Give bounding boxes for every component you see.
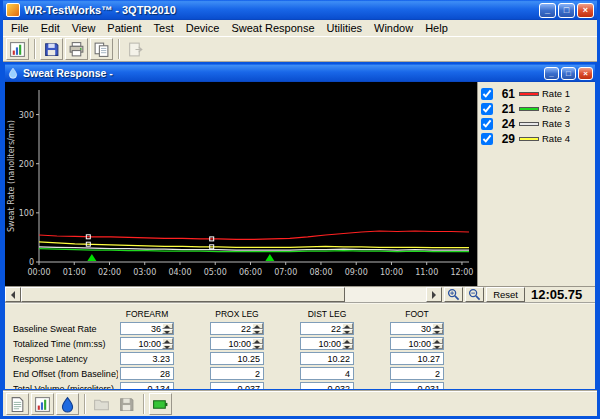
legend-checkbox-1[interactable] [481,88,493,100]
spinner-control [342,338,353,349]
x-tick-label: 12:00 [450,268,473,277]
scroll-track[interactable] [21,287,426,302]
x-tick-label: 08:00 [309,268,332,277]
child-close-button[interactable]: × [578,67,593,80]
spinner-control [432,323,443,334]
spin-down-button[interactable] [432,344,443,350]
droplet-button[interactable] [56,393,79,415]
param-field-r3-c1[interactable]: 3.23 [120,352,174,365]
close-button[interactable]: × [577,3,594,18]
param-field-r1-c4[interactable]: 30 [390,322,444,335]
spin-down-button[interactable] [162,329,173,335]
param-field-r5-c4[interactable]: 0.031 [390,382,444,389]
spin-down-button[interactable] [342,329,353,335]
menu-view[interactable]: View [66,21,102,35]
minimize-button[interactable]: _ [539,3,556,18]
param-field-r2-c2[interactable]: 10:00 [210,337,264,350]
param-field-r1-c2[interactable]: 22 [210,322,264,335]
application-window: WR-TestWorks™ - 3QTR2010 _ □ × FileEditV… [0,0,600,419]
menu-utilities[interactable]: Utilities [321,21,368,35]
title-bar: WR-TestWorks™ - 3QTR2010 _ □ × [3,0,597,20]
spin-down-button[interactable] [252,329,263,335]
param-field-r2-c4[interactable]: 10:00 [390,337,444,350]
param-field-value: 0.032 [301,384,353,390]
param-field-r5-c1[interactable]: 0.134 [120,382,174,389]
param-field-r3-c4[interactable]: 10.27 [390,352,444,365]
param-field-value: 0.037 [211,384,263,390]
y-tick-label: 300 [19,111,34,120]
param-row-label: End Offset (from Baseline) [13,369,118,379]
toolbar-separator [143,394,144,414]
main-toolbar [3,37,597,62]
param-field-r1-c3[interactable]: 22 [300,322,354,335]
spin-down-button[interactable] [432,329,443,335]
maximize-button[interactable]: □ [558,3,575,18]
menu-test[interactable]: Test [148,21,180,35]
child-maximize-button[interactable]: □ [561,67,576,80]
spinner-control [162,323,173,334]
menu-patient[interactable]: Patient [101,21,147,35]
menu-help[interactable]: Help [419,21,454,35]
param-field-r4-c1[interactable]: 28 [120,367,174,380]
legend-checkbox-4[interactable] [481,133,493,145]
y-tick-label: 100 [19,209,34,218]
column-header-forearm: FOREARM [120,309,174,319]
arrow-left-icon [7,291,15,299]
legend-series-label-4: Rate 4 [542,133,570,144]
param-field-r2-c1[interactable]: 10:00 [120,337,174,350]
report-button[interactable] [6,38,29,60]
document-button[interactable] [6,393,29,415]
param-field-r4-c4[interactable]: 2 [390,367,444,380]
arrow-right-icon [432,291,440,299]
report-button[interactable] [31,393,54,415]
spinner-control [342,323,353,334]
battery-icon [152,396,169,413]
param-field-r5-c3[interactable]: 0.032 [300,382,354,389]
param-field-value: 3.23 [121,354,173,364]
param-row-3: Response Latency3.2310.2510.2210.27 [13,352,595,365]
menu-window[interactable]: Window [368,21,419,35]
param-field-r3-c2[interactable]: 10.25 [210,352,264,365]
param-field-value: 10:00 [301,339,342,349]
scroll-thumb[interactable] [21,287,345,302]
chart-area: 010020030000:0001:0002:0003:0004:0005:00… [5,82,595,286]
bottom-toolbar [3,391,597,416]
zoom-out-icon [468,288,481,301]
zoom-in-button[interactable] [444,287,463,302]
droplet-icon [59,396,76,413]
print-button[interactable] [65,38,88,60]
param-row-label: Total Volume (microliters) [13,384,118,390]
scroll-left-button[interactable] [5,287,21,302]
menu-sweat-response[interactable]: Sweat Response [225,21,320,35]
child-minimize-button[interactable]: _ [544,67,559,80]
zoom-out-button[interactable] [465,287,484,302]
time-display: 12:05.75 [531,287,591,302]
spin-down-button[interactable] [162,344,173,350]
x-tick-label: 02:00 [98,268,121,277]
legend-series-label-1: Rate 1 [542,88,570,99]
menu-device[interactable]: Device [180,21,226,35]
param-field-r1-c1[interactable]: 36 [120,322,174,335]
spin-down-button[interactable] [342,344,353,350]
scroll-right-button[interactable] [426,287,442,302]
param-field-r2-c3[interactable]: 10:00 [300,337,354,350]
menu-edit[interactable]: Edit [35,21,66,35]
legend-checkbox-2[interactable] [481,103,493,115]
save-icon [43,41,60,58]
legend-row-4: 29Rate 4 [481,131,593,146]
param-field-r4-c2[interactable]: 2 [210,367,264,380]
menu-file[interactable]: File [5,21,35,35]
toolbar-separator [118,39,119,59]
battery-button[interactable] [149,393,172,415]
spin-down-button[interactable] [252,344,263,350]
param-field-r3-c3[interactable]: 10.22 [300,352,354,365]
copy-button[interactable] [90,38,113,60]
x-tick-label: 04:00 [168,268,191,277]
save-button[interactable] [40,38,63,60]
reset-button[interactable]: Reset [486,287,525,302]
save-button [115,393,138,415]
child-window-title: Sweat Response - [23,67,544,79]
legend-checkbox-3[interactable] [481,118,493,130]
param-field-r5-c2[interactable]: 0.037 [210,382,264,389]
param-field-r4-c3[interactable]: 4 [300,367,354,380]
